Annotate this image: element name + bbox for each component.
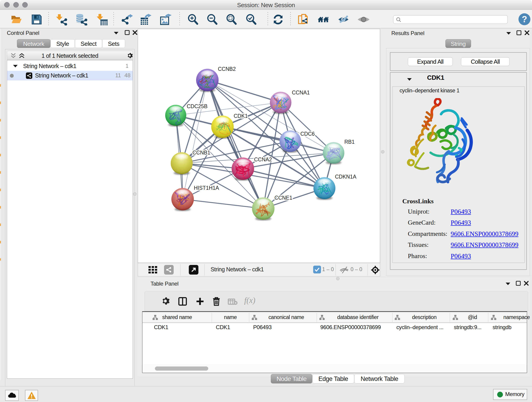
svg-text:CDK1: CDK1	[234, 113, 248, 119]
svg-text:?: ?	[522, 14, 527, 24]
svg-text:CCNA2: CCNA2	[254, 157, 272, 162]
svg-text:CCNB1: CCNB1	[192, 150, 210, 156]
svg-text:CDC6: CDC6	[300, 131, 315, 137]
svg-text:HIST1H1A: HIST1H1A	[194, 185, 219, 191]
svg-text:CDC25B: CDC25B	[187, 103, 208, 109]
svg-text:CDKN1A: CDKN1A	[335, 174, 356, 180]
svg-text:CCNB2: CCNB2	[218, 66, 236, 72]
svg-text:RB1: RB1	[344, 139, 355, 145]
svg-text:CCNE1: CCNE1	[274, 195, 292, 201]
svg-text:CCNA1: CCNA1	[292, 89, 310, 96]
